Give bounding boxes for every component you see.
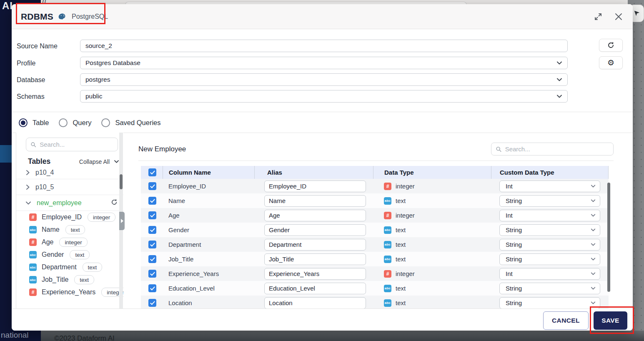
custom-type-select[interactable]: Int bbox=[499, 181, 600, 192]
table-scrollbar-thumb[interactable] bbox=[607, 183, 610, 292]
alias-input[interactable] bbox=[264, 195, 366, 207]
columns-panel: New Employee Column Name Alias Data Type… bbox=[138, 133, 614, 308]
row-checkbox[interactable] bbox=[148, 299, 156, 307]
custom-type-select[interactable]: String bbox=[499, 195, 600, 207]
columns-search-input[interactable] bbox=[505, 145, 609, 153]
row-checkbox[interactable] bbox=[148, 241, 156, 248]
type-badge: integer bbox=[59, 238, 87, 247]
custom-type-select[interactable]: Int bbox=[499, 210, 600, 221]
chevron-right-icon bbox=[25, 184, 30, 190]
alias-input[interactable] bbox=[264, 224, 366, 236]
sidebar-scrollbar-thumb[interactable] bbox=[120, 174, 123, 189]
collapse-all-button[interactable]: Collapse All bbox=[79, 158, 119, 165]
select-all-checkbox[interactable] bbox=[148, 168, 156, 176]
radio-table[interactable]: Table bbox=[19, 118, 49, 127]
tables-header: Tables bbox=[28, 157, 50, 166]
table-item-new-employee[interactable]: new_employee bbox=[16, 195, 123, 211]
chevron-down-icon bbox=[591, 272, 596, 276]
header-data-type: Data Type bbox=[373, 166, 491, 179]
row-checkbox[interactable] bbox=[148, 284, 156, 292]
header-column-name: Column Name bbox=[163, 166, 254, 179]
row-checkbox[interactable] bbox=[148, 182, 156, 190]
field-item[interactable]: # Experience_Years integer bbox=[16, 286, 123, 298]
chevron-down-icon bbox=[591, 257, 596, 261]
field-item[interactable]: # Employee_ID integer bbox=[16, 211, 123, 223]
integer-type-icon: # bbox=[384, 212, 391, 219]
close-icon bbox=[614, 13, 623, 21]
alias-input[interactable] bbox=[264, 297, 366, 309]
settings-button[interactable]: ⚙ bbox=[599, 56, 623, 69]
column-name: Experience_Years bbox=[163, 270, 254, 277]
field-item[interactable]: abc Gender text bbox=[16, 248, 123, 261]
type-badge: text bbox=[65, 225, 85, 234]
table-row: Location abctext String bbox=[141, 296, 609, 308]
save-button[interactable]: SAVE bbox=[594, 311, 627, 330]
field-item[interactable]: abc Job_Title text bbox=[16, 273, 123, 286]
modal-title: RDBMS bbox=[21, 12, 53, 22]
expand-icon bbox=[594, 12, 603, 21]
row-checkbox[interactable] bbox=[148, 226, 156, 234]
sidebar-search-input[interactable] bbox=[40, 141, 113, 148]
close-modal-button[interactable] bbox=[614, 13, 623, 21]
profile-select[interactable]: Postgres Database bbox=[80, 57, 568, 69]
row-checkbox[interactable] bbox=[148, 197, 156, 205]
radio-query[interactable]: Query bbox=[59, 118, 91, 127]
column-name: Department bbox=[163, 241, 254, 248]
refresh-icon bbox=[607, 42, 614, 49]
cancel-button[interactable]: CANCEL bbox=[543, 311, 589, 330]
row-checkbox[interactable] bbox=[148, 255, 156, 263]
row-checkbox[interactable] bbox=[148, 270, 156, 278]
sidebar-expander-handle[interactable] bbox=[119, 212, 125, 230]
divider bbox=[138, 160, 614, 161]
app-sidebar-active-item[interactable] bbox=[0, 145, 12, 163]
text-type-icon: abc bbox=[384, 256, 391, 263]
divider bbox=[12, 112, 633, 112]
refresh-table-button[interactable] bbox=[111, 199, 118, 207]
custom-type-select[interactable]: String bbox=[499, 297, 600, 309]
custom-type-select[interactable]: Int bbox=[499, 268, 600, 280]
schemas-select[interactable]: public bbox=[80, 90, 568, 103]
chevron-down-icon bbox=[591, 301, 596, 305]
chevron-right-icon bbox=[25, 170, 30, 176]
table-header-row: Column Name Alias Data Type Custom Data … bbox=[141, 166, 609, 179]
field-item[interactable]: abc Name text bbox=[16, 223, 123, 236]
integer-type-icon: # bbox=[29, 238, 37, 246]
chevron-down-icon bbox=[591, 199, 596, 203]
chevron-down-icon bbox=[591, 286, 596, 290]
chevron-down-icon bbox=[591, 213, 596, 217]
tables-sidebar: Tables Collapse All p10_4 p10_5 new bbox=[16, 133, 123, 308]
table-row: Name abctext String bbox=[141, 193, 609, 208]
schemas-label: Schemas bbox=[17, 93, 45, 100]
field-item[interactable]: # Age integer bbox=[16, 236, 123, 248]
table-item-p10_5[interactable]: p10_5 bbox=[16, 179, 123, 195]
column-name: Age bbox=[163, 212, 254, 219]
type-badge: text bbox=[70, 250, 90, 259]
table-item-p10_4[interactable]: p10_4 bbox=[16, 166, 123, 179]
chevron-down-icon bbox=[114, 160, 119, 163]
refresh-button[interactable] bbox=[599, 39, 623, 52]
expand-modal-button[interactable] bbox=[594, 12, 603, 21]
header-custom-data-type: Custom Data Type bbox=[491, 166, 609, 179]
source-name-input[interactable] bbox=[80, 40, 568, 52]
alias-input[interactable] bbox=[264, 253, 366, 265]
custom-type-select[interactable]: String bbox=[499, 239, 600, 251]
custom-type-select[interactable]: String bbox=[499, 224, 600, 236]
field-item[interactable]: abc Department text bbox=[16, 261, 123, 273]
sidebar-search[interactable] bbox=[26, 138, 118, 151]
alias-input[interactable] bbox=[264, 210, 366, 221]
custom-type-select[interactable]: String bbox=[499, 253, 600, 265]
database-select[interactable]: postgres bbox=[80, 73, 568, 86]
columns-search[interactable] bbox=[491, 143, 614, 155]
alias-input[interactable] bbox=[264, 268, 366, 280]
radio-saved-queries[interactable]: Saved Queries bbox=[101, 118, 160, 127]
integer-type-icon: # bbox=[384, 183, 391, 190]
alias-input[interactable] bbox=[264, 181, 366, 192]
text-type-icon: abc bbox=[29, 226, 37, 233]
alias-input[interactable] bbox=[264, 239, 366, 251]
screen: // AI national ©2023 Dataform AI RDBMS P… bbox=[0, 0, 644, 341]
chevron-down-icon bbox=[556, 78, 562, 82]
custom-type-select[interactable]: String bbox=[499, 283, 600, 294]
alias-input[interactable] bbox=[264, 283, 366, 294]
profile-label: Profile bbox=[17, 60, 35, 67]
row-checkbox[interactable] bbox=[148, 211, 156, 219]
